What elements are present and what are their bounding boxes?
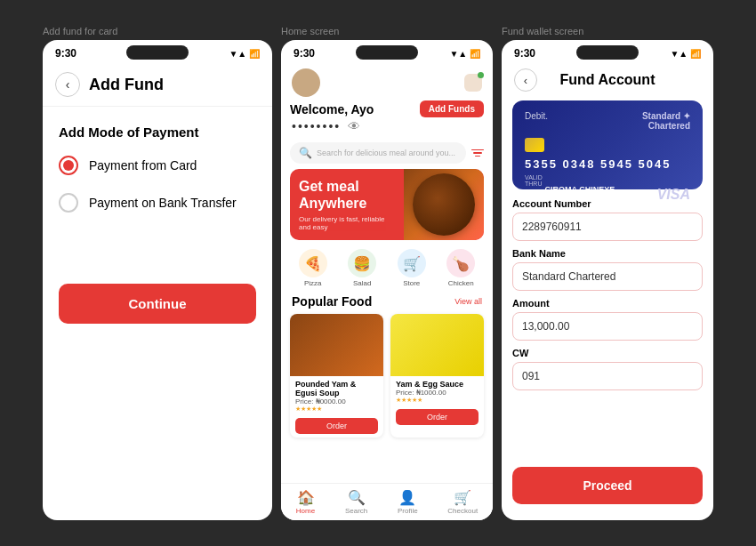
search-input-wrap[interactable]: 🔍 Search for delicious meal around you..… [290,142,466,164]
food-img-2 [390,314,484,376]
screen1-statusbar: 9:30 ▼▲ 📶 [43,40,272,63]
nav-home[interactable]: 🏠 Home [296,489,315,515]
notch1 [126,45,189,60]
nav-profile-label: Profile [398,507,418,515]
payment-option-bank[interactable]: Payment on Bank Transfer [59,193,256,213]
filter-icon[interactable] [471,149,484,157]
card-chip [525,138,544,152]
nav-checkout[interactable]: 🛒 Checkout [447,489,478,515]
food-img-1 [290,314,383,376]
search-row: 🔍 Search for delicious meal around you..… [281,139,493,169]
payment-card-label: Payment from Card [89,158,197,173]
cat-chicken[interactable]: 🍗 Chicken [446,249,475,287]
food-card-2: Yam & Egg Sauce Price: ₦1000.00 ★★★★★ Or… [390,314,484,438]
order-button-2[interactable]: Order [396,409,479,425]
notch3 [576,45,639,60]
food-name-2: Yam & Egg Sauce [396,380,479,389]
screen1-title: Add Fund [89,76,164,94]
radio-bank[interactable] [59,193,78,213]
screen1-section-title: Add Mode of Payment [59,124,256,140]
screen3-title: Fund Account [560,72,655,88]
cat-salad-icon: 🛒 [398,249,426,277]
balance-dots: •••••••• [292,119,341,133]
screen3: 9:30 ▼▲ 📶 ‹ Fund Account Debit. Standard… [502,40,713,520]
screen3-header: ‹ Fund Account [502,63,713,97]
food-info-1: Pounded Yam & Egusi Soup Price: ₦0000.00… [290,376,383,414]
order-button-1[interactable]: Order [295,418,378,434]
search-icon: 🔍 [299,147,312,159]
screen2-status-icons: ▼▲ 📶 [449,49,480,59]
nav-search-icon: 🔍 [348,489,366,506]
notification-icon[interactable] [464,74,482,92]
add-funds-button[interactable]: Add Funds [420,100,484,117]
cat-pizza-icon: 🍕 [299,249,327,277]
food-price-2: Price: ₦1000.00 [396,389,479,397]
screen1-header: ‹ Add Fund [43,63,272,107]
banner-title: Get mealAnywhere [299,178,395,212]
nav-checkout-icon: 🛒 [454,489,471,506]
screen1-status-icons: ▼▲ 📶 [229,49,260,59]
payment-bank-label: Payment on Bank Transfer [89,196,237,210]
nav-home-label: Home [296,507,315,515]
account-number-group: Account Number [512,198,703,241]
categories-row: 🍕 Pizza 🍔 Salad 🛒 Store 🍗 Chicken [281,245,493,293]
search-placeholder: Search for delicious meal around you... [317,149,455,157]
back-button-1[interactable]: ‹ [55,72,80,97]
cat-chicken-label: Chicken [448,279,474,287]
card-brand: Standard ✦ Chartered [642,111,690,131]
banner-subtitle: Our delivery is fast, reliable and easy [299,215,395,231]
screen1-label: Add fund for card [43,26,272,36]
cat-burger-label: Salad [353,279,371,287]
screen2-label: Home screen [281,26,493,36]
radio-card-inner [63,160,74,171]
cat-salad-label: Store [403,279,420,287]
sc-logo: Standard ✦ [642,111,690,121]
banner-text: Get mealAnywhere Our delivery is fast, r… [290,169,404,240]
screen2-time: 9:30 [294,47,315,60]
food-name-1: Pounded Yam & Egusi Soup [295,380,378,397]
screen3-status-icons: ▼▲ 📶 [670,49,701,59]
nav-search[interactable]: 🔍 Search [345,489,367,515]
welcome-text: Welcome, Ayo [290,102,374,116]
bank-name-group: Bank Name [512,248,703,291]
account-number-input[interactable] [512,213,703,241]
nav-profile[interactable]: 👤 Profile [398,489,418,515]
proceed-button[interactable]: Proceed [512,467,703,504]
screen3-statusbar: 9:30 ▼▲ 📶 [502,40,713,63]
notch2 [356,45,418,60]
card-expiry-group: VALIDTHRU 12/24 [525,174,545,203]
eye-icon[interactable]: 👁 [348,119,360,133]
bank-name-input[interactable] [512,262,703,291]
food-price-1: Price: ₦0000.00 [295,397,378,405]
card-expiry: 12/24 [525,192,545,201]
cat-burger[interactable]: 🍔 Salad [348,249,376,287]
banner-image [404,169,484,240]
cat-pizza[interactable]: 🍕 Pizza [299,249,327,287]
payment-option-card[interactable]: Payment from Card [59,156,256,175]
notif-dot [478,72,484,78]
banner: Get mealAnywhere Our delivery is fast, r… [290,169,484,240]
nav-checkout-label: Checkout [447,507,478,515]
nav-profile-icon: 👤 [398,489,416,506]
back-button-3[interactable]: ‹ [514,68,537,92]
food-card-1: Pounded Yam & Egusi Soup Price: ₦0000.00… [290,314,383,438]
balance-row: •••••••• 👁 [281,119,493,139]
card-top: Debit. Standard ✦ Chartered [525,111,690,131]
visa-logo: VISA [657,187,690,203]
continue-button[interactable]: Continue [59,284,256,324]
view-all-link[interactable]: View all [454,297,482,306]
amount-input[interactable] [512,312,703,341]
cat-chicken-icon: 🍗 [446,249,475,277]
card-number: 5355 0348 5945 5045 [525,157,690,171]
screen3-time: 9:30 [514,47,535,60]
filter-line-1 [471,149,484,151]
screen1-time: 9:30 [55,47,76,60]
food-image-circle [413,173,475,236]
cvv-input[interactable] [512,362,703,390]
food-cards: Pounded Yam & Egusi Soup Price: ₦0000.00… [281,314,493,445]
cat-burger-icon: 🍔 [348,249,376,277]
screen1-body: Add Mode of Payment Payment from Card Pa… [43,107,272,341]
radio-card[interactable] [59,156,78,175]
popular-header: Popular Food View all [281,293,493,314]
cat-salad[interactable]: 🛒 Store [398,249,426,287]
